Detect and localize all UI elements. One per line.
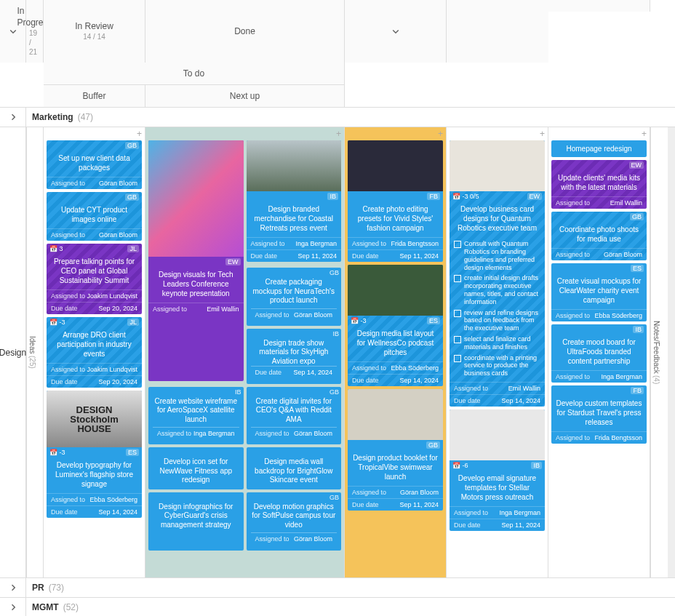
add-card-done[interactable]: + (642, 129, 647, 139)
swimlane-pr: PR (73) (0, 578, 675, 598)
add-card-buffer[interactable]: + (137, 129, 142, 139)
col-buffer-title[interactable]: Buffer (44, 85, 145, 107)
card[interactable]: DESIGNStockholmHOUSE📅 -3ESDevelop typogr… (47, 391, 142, 518)
card-assignee-badge: GB (329, 494, 339, 502)
col-todo-title[interactable]: To do (44, 63, 344, 85)
col-inreview[interactable]: In Review 14 / 14 (44, 0, 145, 63)
header-scrollbar-stub (447, 0, 548, 63)
add-card-inreview[interactable]: + (540, 129, 545, 139)
checklist-item[interactable]: create initial design drafts incorporati… (454, 273, 540, 307)
card-assignee-badge: FB (427, 193, 440, 200)
card-due: Sep 11, 2024 (297, 252, 337, 260)
card-title: Arrange DRO client participation in indu… (47, 327, 142, 363)
card-due-row: Due dateSep 14, 2024 (47, 505, 142, 518)
card-assignee: Joakim Lundqvist (87, 366, 137, 373)
checkbox-icon[interactable] (454, 355, 461, 362)
card-top-bar: 📅 -6IB (450, 460, 545, 471)
card[interactable]: 📅 -3JLArrange DRO client participation i… (47, 317, 142, 388)
card[interactable]: GBUpdate CYT product images onlineAssign… (47, 192, 142, 241)
card[interactable]: 📅 -6IBDevelop email signature templates … (450, 409, 545, 531)
swimlane-title-pr[interactable]: PR (73) (26, 578, 675, 597)
swimlane-toggle-marketing[interactable] (0, 108, 26, 127)
card[interactable]: FBCreate photo editing presets for Vivid… (348, 140, 443, 262)
scrollbar-track[interactable] (668, 127, 675, 577)
swimlane-label-design[interactable]: Design (0, 127, 26, 577)
swimlane-mgmt: MGMT (52) (0, 598, 675, 616)
card-title: Create photo editing presets for Vivid S… (348, 201, 443, 237)
card-assignee-row: Assigned toInga Bergman (551, 370, 647, 383)
card-assignee-badge: JL (127, 319, 139, 326)
card[interactable]: GBCreate packaging mockups for NeuraTech… (247, 268, 342, 326)
card-top-bar: 📅 -3 0/5EW (450, 191, 545, 201)
header-collapse-right[interactable] (345, 0, 447, 63)
card-assignee-badge: GB (125, 142, 139, 149)
card[interactable]: IBDesign trade show materials for SkyHig… (247, 329, 342, 384)
card[interactable]: Homepage redesign (551, 140, 647, 157)
card[interactable]: IBCreate website wireframe for AeroSpace… (148, 387, 244, 445)
card[interactable]: GBDevelop motion graphics for SoftPulse … (247, 492, 342, 551)
add-card-nextup[interactable]: + (336, 129, 341, 139)
swimlane-toggle-mgmt[interactable] (0, 598, 26, 616)
buffer-cards: GBSet up new client data packagesAssigne… (47, 130, 142, 518)
card-title: Design infographics for CyberGuard's cri… (153, 497, 239, 530)
checklist-text: Consult with Quantum Robotics on brandin… (464, 240, 540, 271)
card[interactable]: ESCreate visual mockups for ClearWater c… (551, 263, 647, 321)
col-nextup-title[interactable]: Next up (145, 85, 345, 107)
add-card-inprogress[interactable]: + (438, 129, 443, 139)
card-title: Develop custom templates for Stardust Tr… (551, 396, 647, 431)
card-top-bar: GB (47, 140, 142, 151)
side-ideas[interactable]: Ideas (25) (26, 127, 44, 577)
checklist-item[interactable]: coordinate with a printing service to pr… (454, 353, 540, 379)
card-assignee-row: Assigned toInga Bergman (247, 237, 342, 249)
checkbox-icon[interactable] (454, 336, 461, 343)
card-title: Create digital invites for CEO's Q&A wit… (251, 391, 338, 425)
col-inprogress[interactable]: In Progress 19 / 21 (26, 0, 44, 63)
column-done: + Homepage redesignEWUpdate clients' med… (548, 127, 650, 577)
checkbox-icon[interactable] (454, 310, 461, 317)
lane-count: (47) (78, 112, 93, 122)
card-cover-image (348, 389, 443, 440)
card[interactable]: GBCoordinate photo shoots for media useA… (551, 212, 647, 260)
checklist-item[interactable]: Consult with Quantum Robotics on brandin… (454, 239, 540, 273)
card[interactable]: IBCreate mood board for UltraFoods brand… (551, 324, 647, 383)
card[interactable]: FBDevelop custom templates for Stardust … (551, 385, 647, 444)
card-cover-image (148, 140, 244, 257)
card[interactable]: EWUpdate clients' media kits with the la… (551, 160, 647, 209)
checkbox-icon[interactable] (454, 275, 461, 282)
swimlane-marketing: Marketing (47) (0, 108, 675, 127)
card-due: Sep 11, 2024 (501, 521, 540, 529)
card[interactable]: GBDesign product booklet for TropicalVib… (348, 389, 443, 511)
card-cover-image (450, 140, 545, 191)
card[interactable]: 📅 -3ESDesign media list layout for Welln… (348, 265, 443, 386)
swimlane-title-marketing[interactable]: Marketing (47) (26, 108, 675, 127)
card[interactable]: 📅 -3 0/5EWDevelop business card designs … (450, 140, 545, 407)
card-assignee-row: Assigned toJoakim Lundqvist (47, 363, 142, 375)
card-assignee: Göran Bloom (99, 231, 137, 239)
card[interactable]: GBCreate digital invites for CEO's Q&A w… (247, 387, 342, 445)
card-title: Develop typography for Luminex's flagshi… (47, 457, 142, 493)
card-assignee-badge: IB (531, 462, 542, 469)
side-notes[interactable]: Notes/Feedback (4) (650, 127, 668, 577)
checklist-item[interactable]: select and finalize card materials and f… (454, 334, 540, 353)
card-title: Create website wireframe for AeroSpaceX … (153, 391, 239, 425)
card-due-row: Due dateSep 20, 2024 (47, 302, 142, 314)
lane-name: MGMT (32, 602, 59, 612)
card-assignee-badge: IB (332, 330, 339, 338)
checklist-item[interactable]: review and refine designs based on feedb… (454, 308, 540, 334)
card[interactable]: Design media wall backdrop for BrightGlo… (247, 447, 342, 489)
card[interactable]: Design infographics for CyberGuard's cri… (148, 492, 244, 551)
card[interactable]: GBSet up new client data packagesAssigne… (47, 140, 142, 189)
card-top-bar: 📅 3JL (47, 244, 142, 254)
col-done[interactable]: Done (145, 0, 345, 63)
card[interactable]: IBDesign branded merchandise for Coastal… (247, 140, 342, 262)
header-stub (548, 0, 650, 12)
swimlane-title-mgmt[interactable]: MGMT (52) (26, 598, 675, 616)
checkbox-icon[interactable] (454, 241, 461, 248)
card[interactable]: EWDesign visuals for Tech Leaders Confer… (148, 140, 244, 381)
card[interactable]: Develop icon set for NewWave Fitness app… (148, 447, 244, 489)
card-title: Develop motion graphics for SoftPulse ca… (251, 497, 338, 530)
card-cover-image (450, 409, 545, 460)
card[interactable]: 📅 3JLPrepare talking points for CEO pane… (47, 244, 142, 314)
swimlane-toggle-pr[interactable] (0, 578, 26, 597)
card-cover-image (247, 140, 342, 191)
